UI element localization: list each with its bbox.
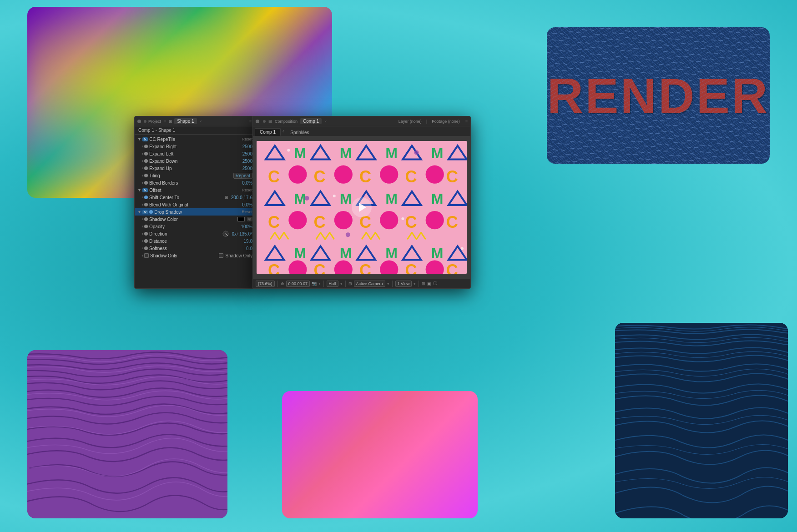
tiling-row[interactable]: › Tiling Repeat xyxy=(135,172,254,179)
direction-dial[interactable] xyxy=(222,230,229,237)
offset-reset[interactable]: Reset xyxy=(242,188,252,192)
timecode-display[interactable]: 0:00:00:07 xyxy=(286,281,310,287)
expand-icon[interactable]: ⊞ xyxy=(422,281,425,286)
expand-down-row[interactable]: › Expand Down 2500 xyxy=(135,157,254,165)
shadow-color-swatch[interactable] xyxy=(237,217,245,221)
svg-text:C: C xyxy=(446,213,458,231)
render-title: RENDER xyxy=(547,67,770,125)
info-icon[interactable]: ⓘ xyxy=(433,281,437,286)
direction-enable[interactable] xyxy=(144,232,148,236)
fx-badge-dropshadow: fx xyxy=(142,210,148,214)
shadow-color-label: Shadow Color xyxy=(149,217,237,222)
tab-sprinkles[interactable]: Sprinkles xyxy=(286,129,313,136)
softness-enable[interactable] xyxy=(144,246,148,250)
effect-controls-tab[interactable]: Shape 1 xyxy=(174,118,197,124)
distance-value[interactable]: 19.0 xyxy=(244,239,252,244)
expand-left-row[interactable]: › Expand Left 2500 xyxy=(135,150,254,157)
svg-text:M: M xyxy=(385,145,398,161)
opacity-row[interactable]: › Opacity 100% xyxy=(135,223,254,230)
expand-down-value[interactable]: 2500 xyxy=(242,159,252,164)
layer-none-label: Layer (none) xyxy=(398,119,422,124)
direction-row[interactable]: › Direction 0x+135.0° xyxy=(135,230,254,237)
fx-badge-offset: fx xyxy=(142,188,148,192)
shift-center-label: Shift Center To xyxy=(149,195,225,200)
expand-up-enable[interactable] xyxy=(144,166,148,170)
shift-center-enable[interactable] xyxy=(144,196,148,199)
blend-borders-enable[interactable] xyxy=(144,181,148,185)
expand-right-value[interactable]: 2500 xyxy=(242,144,252,149)
expand-up-row[interactable]: › Expand Up 2500 xyxy=(135,165,254,172)
play-button[interactable] xyxy=(352,197,372,217)
expand-left-enable[interactable] xyxy=(144,152,148,156)
active-camera-label[interactable]: Active Camera xyxy=(354,281,385,287)
expand-right-row[interactable]: › Expand Right 2500 xyxy=(135,143,254,150)
softness-value[interactable]: 0.0 xyxy=(246,246,252,251)
close-btn[interactable] xyxy=(137,120,141,123)
comp-tab-close[interactable]: × xyxy=(324,119,327,124)
opacity-enable[interactable] xyxy=(144,225,148,228)
comp-tab-label[interactable]: Comp 1 xyxy=(300,118,322,124)
opacity-value[interactable]: 100% xyxy=(241,224,252,229)
drop-shadow-enable[interactable] xyxy=(149,210,153,214)
expand-up-value[interactable]: 2500 xyxy=(242,166,252,171)
distance-enable[interactable] xyxy=(144,239,148,243)
tab-comp1[interactable]: Comp 1 xyxy=(255,128,281,136)
svg-text:M: M xyxy=(294,245,306,261)
card-bottom-right xyxy=(615,323,788,518)
svg-point-25 xyxy=(334,166,353,184)
tiling-enable[interactable] xyxy=(144,174,148,177)
offset-effect-row[interactable]: ▼ fx Offset Reset xyxy=(135,186,254,194)
blend-borders-row[interactable]: › Blend Borders 0.0% xyxy=(135,179,254,186)
distance-row[interactable]: › Distance 19.0 xyxy=(135,237,254,245)
drop-shadow-reset[interactable]: Reset xyxy=(242,210,252,214)
svg-text:M: M xyxy=(431,191,444,207)
ec-tab-close[interactable]: × xyxy=(200,119,202,124)
softness-label: Softness xyxy=(149,246,244,251)
shadow-only-row[interactable]: › Shadow Only Shadow Only xyxy=(135,252,254,259)
play-icon xyxy=(359,203,366,212)
svg-point-43 xyxy=(334,211,353,229)
toolbar-sep3 xyxy=(345,281,346,287)
softness-row[interactable]: › Softness 0.0 xyxy=(135,245,254,252)
cc-repetile-row[interactable]: ▼ fx CC RepeTile Reset xyxy=(135,136,254,143)
camera-icon2: 📷 xyxy=(312,281,317,286)
drop-shadow-label: Drop Shadow xyxy=(154,210,240,215)
expand-right-enable[interactable] xyxy=(144,145,148,148)
shadow-color-enable[interactable] xyxy=(144,217,148,221)
shadow-color-eyedropper[interactable]: ⊕ xyxy=(247,217,252,221)
expand-right-label: Expand Right xyxy=(149,144,241,149)
blend-original-enable[interactable] xyxy=(144,203,148,206)
ec-menu-icon[interactable]: ≡ xyxy=(249,119,252,124)
svg-point-26 xyxy=(380,166,398,184)
cc-repetile-reset[interactable]: Reset xyxy=(242,137,252,141)
direction-value[interactable]: 0x+135.0° xyxy=(232,231,252,236)
toolbar-sep5 xyxy=(419,281,419,287)
svg-text:M: M xyxy=(385,191,398,207)
drop-shadow-row[interactable]: ▼ fx Drop Shadow Reset xyxy=(135,208,254,216)
shadow-only-checkbox[interactable] xyxy=(144,253,149,258)
res-dropdown-icon: ▾ xyxy=(340,281,343,286)
shadow-color-row[interactable]: › Shadow Color ⊕ xyxy=(135,216,254,223)
svg-point-66 xyxy=(401,217,404,220)
grid-icon: ⊞ xyxy=(348,281,352,286)
shift-center-row[interactable]: › Shift Center To ⊞ 200.0,17.6 xyxy=(135,194,254,201)
cc-repetile-label: CC RepeTile xyxy=(149,137,240,142)
render-icon[interactable]: ▣ xyxy=(427,281,431,286)
comp-panel-menu[interactable]: ≡ xyxy=(465,119,468,124)
blend-original-value[interactable]: 0.0% xyxy=(242,202,252,207)
view-control[interactable]: 1 View xyxy=(395,281,412,287)
blend-original-row[interactable]: › Blend With Original 0.0% xyxy=(135,201,254,208)
comp-close-btn[interactable] xyxy=(256,120,259,123)
comp-shape-label: Comp 1 - Shape 1 xyxy=(135,126,254,135)
zoom-control[interactable]: (73.6%) xyxy=(256,281,275,287)
toolbar-sep2 xyxy=(323,281,324,287)
shadow-only-checkbox2[interactable] xyxy=(219,253,223,258)
shift-center-value[interactable]: 200.0,17.6 xyxy=(231,195,252,200)
blend-borders-value[interactable]: 0.0% xyxy=(242,181,252,186)
expand-down-enable[interactable] xyxy=(144,159,148,163)
resolution-control[interactable]: Half xyxy=(327,281,338,287)
expand-left-label: Expand Left xyxy=(149,151,241,156)
comp-panel-subtabs: Comp 1 ‹ Sprinkles xyxy=(253,126,470,136)
tiling-value[interactable]: Repeat xyxy=(233,173,252,179)
expand-left-value[interactable]: 2500 xyxy=(242,151,252,156)
